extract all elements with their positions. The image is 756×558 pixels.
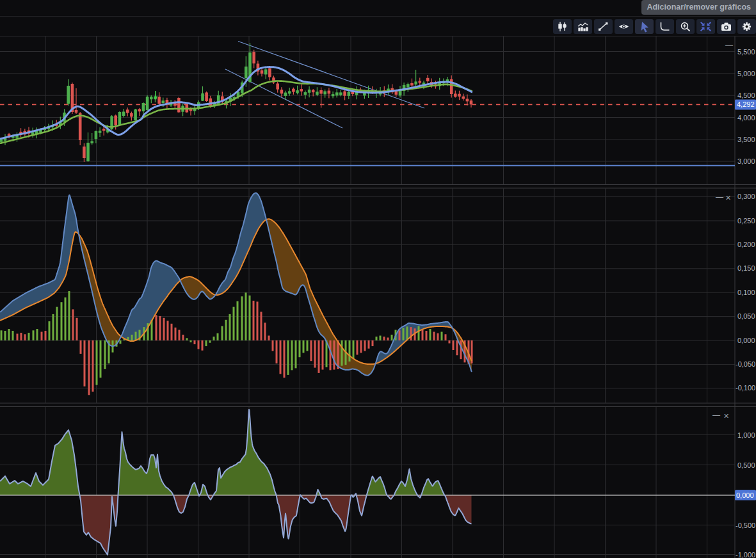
svg-text:0,150: 0,150 — [737, 264, 755, 272]
svg-text:0,000: 0,000 — [736, 491, 754, 499]
svg-text:—: — — [725, 41, 733, 50]
svg-text:0,050: 0,050 — [737, 312, 755, 320]
svg-text:-0,050: -0,050 — [736, 360, 755, 368]
svg-text:0,000: 0,000 — [737, 337, 755, 344]
svg-text:0,100: 0,100 — [737, 289, 755, 296]
svg-text:-0,500: -0,500 — [736, 522, 755, 529]
svg-text:4,500: 4,500 — [737, 92, 755, 99]
svg-text:4,000: 4,000 — [737, 114, 755, 122]
svg-text:0,300: 0,300 — [737, 193, 755, 200]
svg-text:0,200: 0,200 — [737, 241, 755, 248]
svg-text:-0,100: -0,100 — [736, 384, 755, 392]
svg-text:3,000: 3,000 — [737, 157, 755, 165]
svg-text:✕: ✕ — [723, 412, 729, 420]
svg-text:3,500: 3,500 — [737, 136, 755, 143]
svg-text:1,000: 1,000 — [737, 431, 755, 439]
svg-text:-1,000: -1,000 — [736, 551, 755, 558]
svg-text:5,000: 5,000 — [737, 70, 755, 77]
svg-text:5,500: 5,500 — [737, 48, 755, 56]
svg-text:✕: ✕ — [725, 194, 731, 202]
svg-text:4,292: 4,292 — [737, 100, 755, 108]
svg-text:—: — — [712, 411, 720, 420]
svg-text:0,500: 0,500 — [737, 461, 755, 469]
svg-text:0,250: 0,250 — [737, 217, 755, 225]
svg-text:—: — — [716, 193, 723, 202]
